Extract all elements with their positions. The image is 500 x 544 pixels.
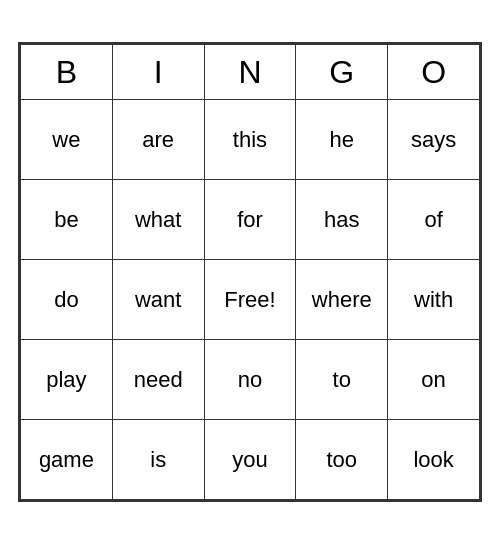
table-cell: Free! — [204, 260, 296, 340]
table-cell: want — [112, 260, 204, 340]
table-cell: says — [388, 100, 480, 180]
table-row: bewhatforhasof — [21, 180, 480, 260]
table-cell: be — [21, 180, 113, 260]
header-row: B I N G O — [21, 45, 480, 100]
header-o: O — [388, 45, 480, 100]
table-cell: game — [21, 420, 113, 500]
table-cell: to — [296, 340, 388, 420]
table-cell: are — [112, 100, 204, 180]
table-cell: has — [296, 180, 388, 260]
table-row: gameisyoutoolook — [21, 420, 480, 500]
table-cell: of — [388, 180, 480, 260]
table-cell: need — [112, 340, 204, 420]
table-row: dowantFree!wherewith — [21, 260, 480, 340]
header-b: B — [21, 45, 113, 100]
table-cell: where — [296, 260, 388, 340]
table-cell: no — [204, 340, 296, 420]
table-row: wearethishesays — [21, 100, 480, 180]
header-i: I — [112, 45, 204, 100]
bingo-table: B I N G O wearethishesaysbewhatforhasofd… — [20, 44, 480, 500]
table-cell: too — [296, 420, 388, 500]
table-cell: do — [21, 260, 113, 340]
header-n: N — [204, 45, 296, 100]
table-cell: what — [112, 180, 204, 260]
table-cell: you — [204, 420, 296, 500]
table-cell: he — [296, 100, 388, 180]
table-cell: play — [21, 340, 113, 420]
table-cell: look — [388, 420, 480, 500]
table-cell: with — [388, 260, 480, 340]
table-cell: on — [388, 340, 480, 420]
table-cell: we — [21, 100, 113, 180]
table-cell: for — [204, 180, 296, 260]
bingo-body: wearethishesaysbewhatforhasofdowantFree!… — [21, 100, 480, 500]
table-row: playneednotoon — [21, 340, 480, 420]
bingo-card: B I N G O wearethishesaysbewhatforhasofd… — [18, 42, 482, 502]
table-cell: is — [112, 420, 204, 500]
table-cell: this — [204, 100, 296, 180]
header-g: G — [296, 45, 388, 100]
